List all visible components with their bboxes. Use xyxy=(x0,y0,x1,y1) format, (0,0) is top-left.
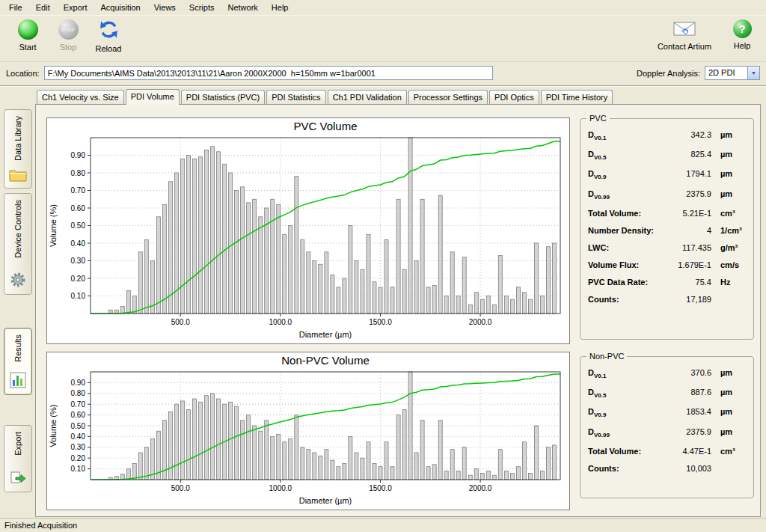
menu-bar: FileEditExportAcquisitionViewsScriptsNet… xyxy=(0,0,766,16)
pvc-stats-rows: DV0.1 342.3 µm DV0.5 825.4 µm DV0.9 1794… xyxy=(582,126,752,308)
stat-value: 1853.4 xyxy=(665,407,711,416)
help-icon: ? xyxy=(733,19,752,38)
stat-label: LWC: xyxy=(588,243,665,252)
stat-label: DV0.99 xyxy=(588,427,665,438)
sidebar-item-label: Export xyxy=(13,432,22,456)
stat-unit: g/m³ xyxy=(711,243,746,252)
tab-ch1-velocity-vs-size[interactable]: Ch1 Velocity vs. Size xyxy=(37,90,124,104)
svg-text:0.40: 0.40 xyxy=(71,432,86,441)
sidebar-item-label: Data Library xyxy=(13,116,22,161)
svg-text:0.80: 0.80 xyxy=(71,389,86,397)
stat-unit: µm xyxy=(711,189,746,198)
doppler-analysis-label: Doppler Analysis: xyxy=(637,69,700,78)
non-pvc-volume-chart: 0.100.200.300.400.500.600.700.800.90500.… xyxy=(47,352,569,510)
svg-text:0.80: 0.80 xyxy=(71,169,86,177)
stat-label: DV0.5 xyxy=(588,150,665,161)
stat-unit: µm xyxy=(711,388,746,397)
svg-text:1500.0: 1500.0 xyxy=(369,318,392,326)
svg-text:PVC Volume: PVC Volume xyxy=(293,120,357,132)
stat-row: DV0.9 1853.4 µm xyxy=(582,403,752,422)
menu-item-acquisition[interactable]: Acquisition xyxy=(95,1,147,13)
tab-pdi-time-history[interactable]: PDI Time History xyxy=(541,90,613,104)
svg-text:0.70: 0.70 xyxy=(71,186,86,195)
sidebar-item-label: Results xyxy=(13,334,22,362)
tab-processor-settings[interactable]: Processor Settings xyxy=(408,90,488,104)
stat-label: Volume Flux: xyxy=(588,260,665,269)
menu-item-file[interactable]: File xyxy=(3,1,28,13)
stat-label: DV0.5 xyxy=(588,388,665,399)
stat-label: PVC Data Rate: xyxy=(588,278,665,287)
svg-text:Volume (%): Volume (%) xyxy=(49,204,58,247)
tab-ch1-pdi-validation[interactable]: Ch1 PDI Validation xyxy=(328,90,407,104)
stat-value: 17,189 xyxy=(665,295,711,304)
tab-pdi-optics[interactable]: PDI Optics xyxy=(489,90,539,104)
stat-value: 887.6 xyxy=(665,388,711,397)
stat-row: DV0.5 887.6 µm xyxy=(582,383,752,403)
menu-item-views[interactable]: Views xyxy=(148,1,182,13)
stat-row: Number Density: 4 1/cm³ xyxy=(582,221,752,239)
tab-pdi-volume[interactable]: PDI Volume xyxy=(126,89,180,105)
menu-item-network[interactable]: Network xyxy=(221,1,263,13)
tab-bar: Ch1 Velocity vs. SizePDI VolumePDI Stati… xyxy=(35,88,761,104)
menu-item-scripts[interactable]: Scripts xyxy=(183,1,221,13)
stat-label: DV0.1 xyxy=(588,368,665,379)
doppler-analysis-select[interactable]: 2D PDI ▼ xyxy=(705,66,760,80)
menu-item-help[interactable]: Help xyxy=(266,1,295,13)
stop-button-label: Stop xyxy=(60,43,77,52)
sidebar-item-export[interactable]: Export xyxy=(4,425,32,492)
sidebar: Data Library Device Controls Results Exp… xyxy=(4,109,34,506)
pvc-stats-panel: PVC DV0.1 342.3 µm DV0.5 825.4 µm DV0.9 … xyxy=(580,114,754,340)
folder-icon xyxy=(9,167,27,183)
help-button[interactable]: ? Help xyxy=(729,19,756,51)
stat-unit: cm³ xyxy=(711,209,746,218)
contact-artium-button[interactable]: Contact Artium xyxy=(655,19,714,51)
menu-item-export[interactable]: Export xyxy=(58,1,94,13)
stat-row: DV0.99 2375.9 µm xyxy=(582,185,752,204)
stop-button[interactable]: STOP Stop xyxy=(48,19,88,52)
svg-text:2000.0: 2000.0 xyxy=(469,484,492,492)
stat-label: DV0.9 xyxy=(588,169,665,180)
gear-icon xyxy=(10,272,26,290)
stat-label: Number Density: xyxy=(588,226,665,235)
stat-row: Total Volume: 4.47E-1 cm³ xyxy=(582,442,752,459)
stat-unit: µm xyxy=(711,427,746,436)
stat-value: 117.435 xyxy=(665,243,711,252)
svg-text:0.60: 0.60 xyxy=(71,411,86,419)
chart-icon xyxy=(10,372,26,390)
start-button[interactable]: Start xyxy=(7,19,48,52)
sidebar-item-results[interactable]: Results xyxy=(4,328,32,395)
sidebar-item-device-controls[interactable]: Device Controls xyxy=(4,193,32,295)
location-input[interactable] xyxy=(44,66,493,80)
stat-label: Counts: xyxy=(588,295,665,304)
svg-text:0.10: 0.10 xyxy=(71,292,86,300)
stat-row: DV0.1 370.6 µm xyxy=(582,364,752,383)
toolbar: Start STOP Stop Reload Contact Art xyxy=(0,16,766,62)
stat-value: 4.47E-1 xyxy=(665,447,711,456)
stat-row: LWC: 117.435 g/m³ xyxy=(582,239,752,256)
stat-row: Total Volume: 5.21E-1 cm³ xyxy=(582,204,752,221)
tab-pdi-statistics-pvc-[interactable]: PDI Statistics (PVC) xyxy=(181,90,265,104)
stat-value: 10,003 xyxy=(665,464,711,473)
svg-text:1500.0: 1500.0 xyxy=(369,484,392,492)
menu-item-edit[interactable]: Edit xyxy=(30,1,56,13)
mail-icon xyxy=(673,19,696,39)
stat-unit: cm³ xyxy=(711,447,746,456)
reload-button[interactable]: Reload xyxy=(88,19,129,53)
reload-icon xyxy=(99,19,119,41)
stat-value: 1.679E-1 xyxy=(665,260,711,269)
svg-text:0.40: 0.40 xyxy=(71,239,86,248)
stop-icon: STOP xyxy=(58,19,79,40)
stat-row: Counts: 10,003 xyxy=(582,459,752,477)
svg-text:Volume (%): Volume (%) xyxy=(49,405,58,447)
svg-text:2000.0: 2000.0 xyxy=(469,318,492,326)
stat-label: Total Volume: xyxy=(588,447,665,456)
svg-text:500.0: 500.0 xyxy=(171,318,190,326)
sidebar-item-label: Device Controls xyxy=(13,200,22,258)
stat-unit: 1/cm³ xyxy=(711,226,746,235)
svg-text:0.30: 0.30 xyxy=(71,443,86,451)
stat-value: 2375.9 xyxy=(665,427,711,436)
tab-pdi-statistics[interactable]: PDI Statistics xyxy=(266,90,325,104)
sidebar-item-data-library[interactable]: Data Library xyxy=(4,109,32,189)
stat-row: Volume Flux: 1.679E-1 cm/s xyxy=(582,256,752,273)
chevron-down-icon: ▼ xyxy=(747,67,759,79)
